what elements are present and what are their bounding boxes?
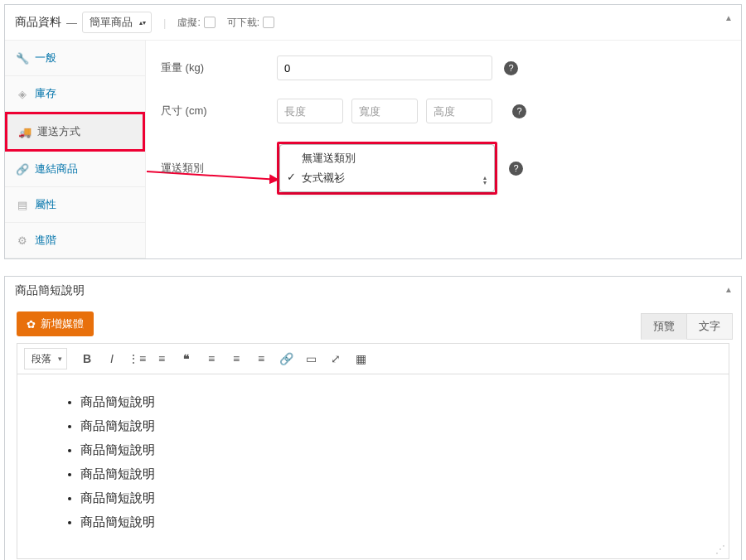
list-item: 商品簡短說明 [80,418,695,434]
product-tabs: 🔧一般◈庫存🚚運送方式🔗連結商品▤屬性⚙進階 [5,41,146,258]
virtual-option: 虛擬: [177,16,215,30]
shipping-class-dropdown[interactable]: 無運送類別✓女式襯衫 ▴▾ [277,142,497,195]
numbered-list-button[interactable]: ≡ [150,348,173,369]
virtual-label: 虛擬: [177,16,200,30]
link-icon: 🔗 [17,163,28,176]
downloadable-checkbox[interactable] [263,17,274,28]
short-desc-header: 商品簡短說明 ▲ [5,277,741,305]
tab-general[interactable]: 🔧一般 [5,41,145,76]
tab-text[interactable]: 文字 [687,313,733,340]
blockquote-button[interactable]: ❝ [175,348,198,369]
add-media-button[interactable]: ✿ 新增媒體 [17,311,94,336]
product-data-body: 🔧一般◈庫存🚚運送方式🔗連結商品▤屬性⚙進階 重量 (kg) ? 尺寸 (cm)… [5,41,741,258]
collapse-toggle-icon[interactable]: ▲ [724,13,733,22]
short-desc-title: 商品簡短說明 [15,283,85,298]
tab-inventory[interactable]: ◈庫存 [5,76,145,112]
product-type-select[interactable]: 簡單商品 ▴▾ [82,12,152,33]
fullscreen-button[interactable]: ⤢ [324,348,347,369]
height-input[interactable] [426,99,492,123]
bullet-list-button[interactable]: ⋮≡ [125,348,148,369]
shipping-option[interactable]: 無運送類別 [280,148,494,168]
gear-icon: ⚙ [17,234,28,247]
downloadable-label: 可下載: [227,16,259,30]
format-select-value: 段落 [31,352,51,366]
help-icon[interactable]: ? [509,162,523,176]
shipping-class-label: 運送類別 [161,161,277,176]
product-data-header: 商品資料 — 簡單商品 ▴▾ | 虛擬: 可下載: ▲ [5,5,741,41]
tab-content-shipping: 重量 (kg) ? 尺寸 (cm) ? 運送類別 無運送類別✓女式襯衫 ▴▾ ? [146,41,741,258]
tab-attributes[interactable]: ▤屬性 [5,187,145,223]
panel-title: 商品資料 [15,15,61,30]
width-input[interactable] [351,99,418,123]
short-description-panel: 商品簡短說明 ▲ ✿ 新增媒體 預覽 文字 段落 B I ⋮≡ ≡ ❝ ≡ ≡ … [4,276,742,560]
product-data-panel: 商品資料 — 簡單商品 ▴▾ | 虛擬: 可下載: ▲ 🔧一般◈庫存🚚運送方式🔗… [4,4,742,259]
shipping-class-row: 運送類別 無運送類別✓女式襯衫 ▴▾ ? [161,142,726,195]
toolbar-toggle-button[interactable]: ▦ [349,348,372,369]
tab-label: 一般 [35,51,56,65]
tab-label: 運送方式 [37,124,80,139]
tab-label: 庫存 [35,86,56,101]
help-icon[interactable]: ? [512,104,526,118]
editor-mode-tabs: 預覽 文字 [641,313,733,340]
align-right-button[interactable]: ≡ [249,348,273,369]
help-icon[interactable]: ? [504,61,518,75]
check-icon: ✓ [287,171,296,183]
list-item: 商品簡短說明 [80,442,695,458]
weight-input[interactable] [277,56,492,80]
editor-content[interactable]: 商品簡短說明商品簡短說明商品簡短說明商品簡短說明商品簡短說明商品簡短說明 ⋰ [17,374,729,559]
downloadable-option: 可下載: [227,16,274,30]
list-icon: ▤ [17,199,28,211]
weight-row: 重量 (kg) ? [161,56,726,80]
align-center-button[interactable]: ≡ [225,348,248,369]
description-list: 商品簡短說明商品簡短說明商品簡短說明商品簡短說明商品簡短說明商品簡短說明 [51,394,695,530]
bold-button[interactable]: B [75,348,99,369]
select-arrows-icon: ▴▾ [139,21,146,25]
shipping-option[interactable]: ✓女式襯衫 [280,168,494,188]
align-left-button[interactable]: ≡ [200,348,223,369]
wrench-icon: 🔧 [17,52,28,65]
tab-advanced[interactable]: ⚙進階 [5,223,145,258]
list-item: 商品簡短說明 [80,394,695,410]
dimensions-row: 尺寸 (cm) ? [161,99,726,123]
tab-label: 連結商品 [35,162,78,176]
tab-label: 屬性 [35,197,56,212]
format-select[interactable]: 段落 [24,348,67,369]
separator: | [163,17,166,29]
list-item: 商品簡短說明 [80,514,695,530]
dimensions-label: 尺寸 (cm) [161,104,277,118]
truck-icon: 🚚 [19,126,31,138]
dropdown-list: 無運送類別✓女式襯衫 [279,144,495,192]
resize-handle-icon[interactable]: ⋰ [715,543,725,555]
collapse-toggle-icon[interactable]: ▲ [724,285,733,294]
weight-label: 重量 (kg) [161,60,277,75]
media-icon: ✿ [27,318,36,331]
add-media-label: 新增媒體 [41,316,84,331]
length-input[interactable] [277,99,343,123]
insert-more-button[interactable]: ▭ [299,348,322,369]
dash: — [66,17,77,29]
tab-visual[interactable]: 預覽 [641,313,687,340]
link-button[interactable]: 🔗 [274,348,298,369]
tab-linked[interactable]: 🔗連結商品 [5,152,145,187]
italic-button[interactable]: I [100,348,124,369]
tab-shipping[interactable]: 🚚運送方式 [5,112,145,152]
virtual-checkbox[interactable] [204,17,216,28]
list-item: 商品簡短說明 [80,490,695,506]
editor-toolbar: 段落 B I ⋮≡ ≡ ❝ ≡ ≡ ≡ 🔗 ▭ ⤢ ▦ [17,343,729,374]
list-item: 商品簡短說明 [80,466,695,482]
product-type-value: 簡單商品 [90,15,133,30]
diamond-icon: ◈ [17,88,28,100]
tab-label: 進階 [35,233,56,248]
